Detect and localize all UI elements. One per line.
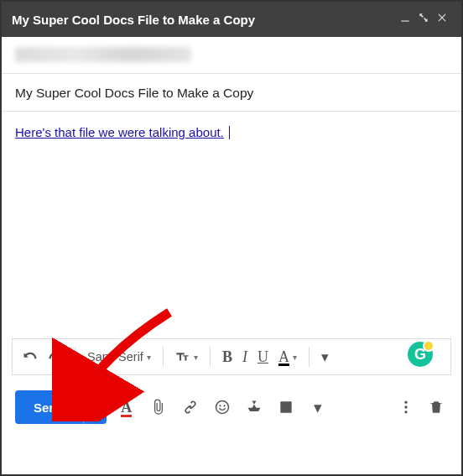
- send-button-group: Send ▼: [15, 390, 107, 424]
- body-link[interactable]: Here's that file we were talking about.: [15, 125, 224, 139]
- insert-photo-icon[interactable]: [274, 395, 298, 419]
- more-options-button-2[interactable]: ▾: [306, 395, 330, 419]
- recipients-field[interactable]: [2, 37, 461, 74]
- svg-point-2: [219, 405, 221, 406]
- close-icon[interactable]: [433, 12, 451, 27]
- more-menu-icon[interactable]: [394, 395, 418, 419]
- svg-point-6: [404, 411, 407, 413]
- minimize-icon[interactable]: [396, 12, 414, 27]
- subject-field[interactable]: My Super Cool Docs File to Make a Copy: [2, 74, 461, 112]
- send-options-button[interactable]: ▼: [83, 390, 107, 424]
- send-button[interactable]: Send: [15, 400, 83, 415]
- font-family-select[interactable]: Sans Serif: [84, 347, 154, 367]
- underline-button[interactable]: U: [254, 345, 272, 369]
- insert-link-icon[interactable]: [179, 395, 202, 419]
- svg-rect-0: [401, 21, 408, 22]
- undo-button[interactable]: [19, 346, 41, 368]
- insert-emoji-icon[interactable]: [211, 395, 234, 419]
- svg-point-3: [223, 405, 225, 406]
- svg-point-1: [216, 401, 228, 414]
- text-color-button[interactable]: A: [275, 345, 300, 369]
- action-bar: Send ▼ A ▾: [2, 384, 461, 431]
- attach-file-icon[interactable]: [147, 395, 170, 419]
- grammarly-icon[interactable]: G: [408, 342, 433, 367]
- svg-point-4: [404, 401, 407, 404]
- redo-button[interactable]: [44, 346, 66, 368]
- font-size-select[interactable]: [172, 346, 201, 368]
- italic-button[interactable]: I: [239, 345, 251, 369]
- compose-title: My Super Cool Docs File to Make a Copy: [12, 13, 255, 27]
- text-cursor: [226, 126, 230, 139]
- bold-button[interactable]: B: [219, 345, 236, 369]
- svg-point-5: [404, 405, 407, 408]
- insert-drive-icon[interactable]: [242, 395, 266, 419]
- compose-titlebar: My Super Cool Docs File to Make a Copy: [2, 2, 461, 37]
- message-body[interactable]: Here's that file we were talking about.: [2, 112, 461, 338]
- formatting-toolbar: Sans Serif B I U A ▾: [12, 338, 451, 375]
- more-formatting-button[interactable]: ▾: [318, 345, 332, 369]
- text-color-button-2[interactable]: A: [115, 395, 138, 419]
- discard-draft-icon[interactable]: [424, 395, 448, 419]
- fullscreen-icon[interactable]: [414, 12, 433, 27]
- recipient-chip: [15, 47, 191, 62]
